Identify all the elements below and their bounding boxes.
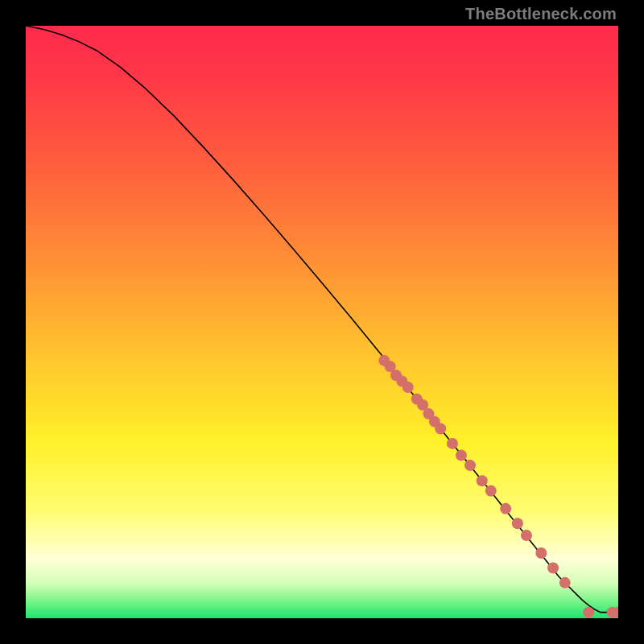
curve-line [26,26,618,613]
data-point [447,438,458,449]
data-point [583,607,594,618]
plot-area [26,26,618,618]
data-point [559,577,571,588]
data-point [456,450,467,461]
chart-overlay [26,26,618,618]
data-point [402,382,414,393]
data-point [512,518,523,529]
data-point [464,460,476,471]
data-point [547,562,559,573]
data-point [500,503,511,514]
chart-stage: TheBottleneck.com [0,0,644,644]
data-point [535,547,547,559]
data-point [485,485,497,497]
data-point [435,423,446,434]
attribution-label: TheBottleneck.com [465,5,617,23]
data-point [477,475,488,486]
curve-markers [378,355,618,618]
data-point [521,530,532,541]
